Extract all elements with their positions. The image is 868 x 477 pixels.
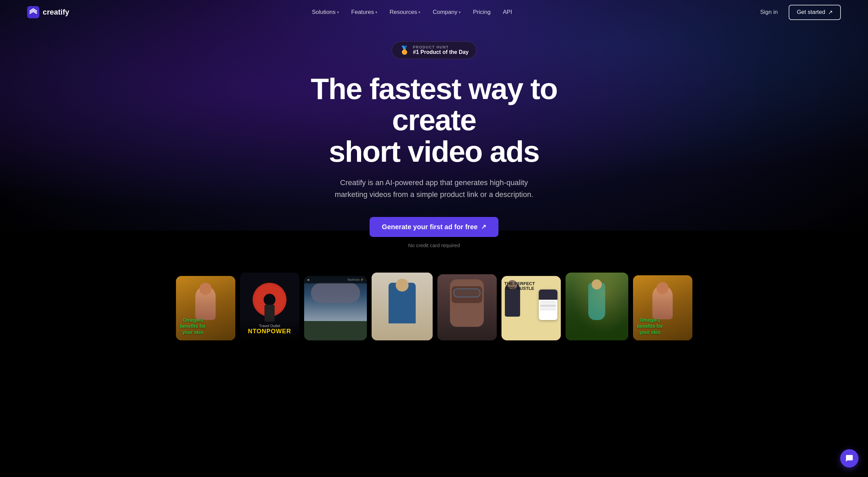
medal-icon: 🏅 <box>399 45 410 55</box>
video-card-4 <box>372 273 433 340</box>
card-omega-text: Omega-3benefits foryour skin <box>180 317 206 336</box>
video-card-6: THE PERFECTSIDE HUSTLE <box>501 276 561 340</box>
logo-icon <box>27 6 39 18</box>
video-card-5 <box>437 274 497 340</box>
getstarted-button[interactable]: Get started ↗ <box>789 5 841 20</box>
chevron-down-icon: ▾ <box>375 10 377 15</box>
logo-text: creatify <box>43 8 69 17</box>
arrow-icon: ↗ <box>828 9 833 16</box>
nav-item-solutions[interactable]: Solutions ▾ <box>307 6 344 18</box>
nav-item-company[interactable]: Company ▾ <box>427 6 466 18</box>
video-card-7 <box>566 273 628 340</box>
hero-heading: The fastest way to create short video ad… <box>281 73 587 167</box>
chat-bubble-button[interactable] <box>840 449 859 468</box>
nav-item-resources[interactable]: Resources ▾ <box>384 6 426 18</box>
video-card-2: Travel Outlet NTONPOWER <box>240 273 299 340</box>
no-credit-card-text: No credit card required <box>408 242 460 248</box>
arrow-icon: ↗ <box>481 223 486 231</box>
nav-links: Solutions ▾ Features ▾ Resources ▾ Compa… <box>307 6 517 18</box>
video-card-1: iwi Omega-3benefits foryour skin <box>176 276 235 340</box>
svg-rect-0 <box>27 6 39 18</box>
chevron-down-icon: ▾ <box>459 10 461 15</box>
signin-button[interactable]: Sign in <box>755 6 783 18</box>
badge-text: PRODUCT HUNT #1 Product of the Day <box>413 45 469 55</box>
card-omega-text-2: Omega-3benefits foryour skin <box>637 317 663 336</box>
cta-button[interactable]: Generate your first ad for free ↗ <box>370 217 498 237</box>
nav-item-pricing[interactable]: Pricing <box>468 6 496 18</box>
chevron-down-icon: ▾ <box>337 10 339 15</box>
nav-item-features[interactable]: Features ▾ <box>346 6 383 18</box>
video-card-3: ◀ flashroot ⚡ <box>304 276 367 340</box>
video-cards-strip: iwi Omega-3benefits foryour skin <box>0 273 868 340</box>
chat-icon <box>845 454 853 462</box>
card-travel-text: Travel Outlet NTONPOWER <box>240 318 299 340</box>
hero-subtext: Creatify is an AI-powered app that gener… <box>329 177 539 200</box>
hero-section: 🏅 PRODUCT HUNT #1 Product of the Day The… <box>0 24 868 340</box>
logo-link[interactable]: creatify <box>27 6 69 18</box>
nav-item-api[interactable]: API <box>497 6 517 18</box>
navbar: creatify Solutions ▾ Features ▾ Resource… <box>0 0 868 24</box>
chevron-down-icon: ▾ <box>418 10 420 15</box>
product-hunt-badge: 🏅 PRODUCT HUNT #1 Product of the Day <box>392 41 476 59</box>
video-card-8: iwi Omega-3benefits foryour skin <box>633 275 692 340</box>
nav-actions: Sign in Get started ↗ <box>755 5 841 20</box>
